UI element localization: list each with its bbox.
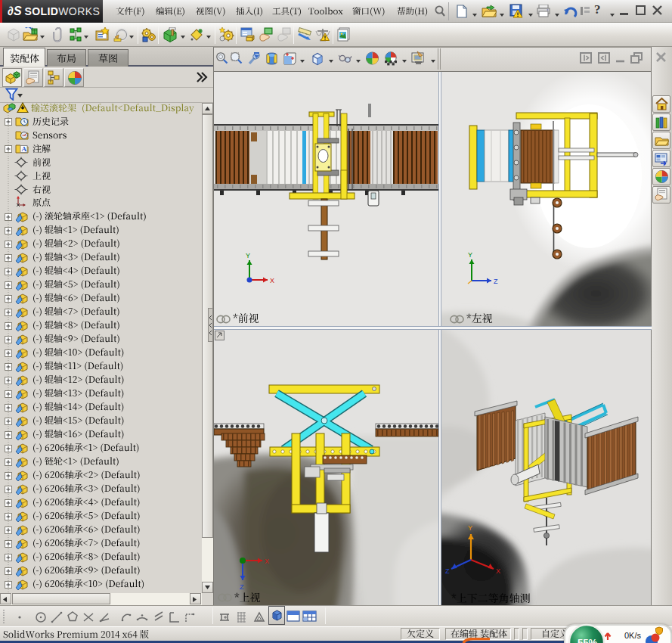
svg-text:55%: 55% — [578, 637, 597, 643]
svg-text:Z: Z — [240, 583, 244, 591]
svg-text:X: X — [270, 277, 274, 284]
svg-text:Z: Z — [494, 278, 498, 285]
svg-text:Y: Y — [246, 252, 250, 259]
svg-text:X: X — [496, 567, 500, 575]
svg-text:X: X — [265, 558, 269, 565]
svg-text:Z: Z — [445, 567, 450, 575]
svg-text:Y: Y — [468, 524, 472, 532]
svg-text:Y: Y — [468, 251, 472, 259]
